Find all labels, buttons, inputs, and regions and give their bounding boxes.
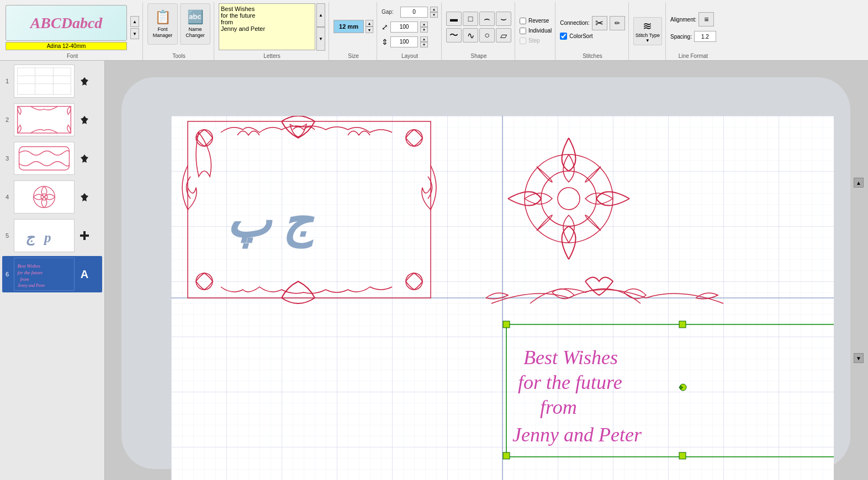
sidebar-thumb-3 (14, 142, 75, 175)
scale-x-spin: ▲ ▼ (420, 22, 428, 33)
sidebar-icon-3 (78, 152, 91, 165)
connection-btn-1[interactable]: ✂ (592, 16, 607, 30)
letters-scroll: ▲ ▼ (316, 3, 325, 52)
name-changer-label: NameChanger (186, 26, 205, 39)
svg-rect-5 (18, 106, 71, 133)
sidebar-num-4: 4 (4, 194, 10, 200)
shape-btn-7[interactable]: ○ (479, 28, 495, 42)
font-manager-icon: 📋 (155, 9, 171, 25)
shape-section: ▬ □ ⌢ ⌣ 〜 ∿ ○ ▱ Shape (443, 2, 515, 60)
canvas-scroll-down[interactable]: ▼ (854, 353, 864, 363)
stitch-type-label: Stitch Type (636, 33, 660, 38)
sidebar-item-1[interactable]: 1 (2, 63, 102, 99)
svg-rect-35 (503, 321, 510, 328)
shape-btn-6[interactable]: ∿ (463, 28, 478, 42)
shape-btn-4[interactable]: ⌣ (496, 12, 511, 26)
scale-y-spin-down[interactable]: ▼ (420, 42, 428, 47)
font-preview: ABCDabcd (6, 5, 127, 41)
svg-point-25 (406, 273, 422, 290)
main-area: 1 2 (0, 61, 868, 480)
svg-point-22 (196, 130, 213, 146)
sidebar-icon-4 (78, 190, 91, 204)
size-spin-up[interactable]: ▲ (366, 20, 373, 26)
svg-point-24 (196, 273, 213, 290)
gap-spin: ▲ ▼ (430, 7, 438, 18)
sidebar-num-3: 3 (4, 155, 10, 162)
size-section: ▲ ▼ Size (330, 2, 377, 60)
letters-section-label: Letters (263, 52, 280, 59)
sidebar-num-6: 6 (4, 271, 10, 278)
gap-input[interactable] (400, 7, 428, 18)
colorsort-row: ColorSort (560, 33, 624, 40)
svg-text:Best Wishes: Best Wishes (18, 263, 41, 269)
sidebar: 1 2 (0, 61, 105, 480)
svg-point-28 (541, 171, 596, 226)
stitch-type-button[interactable]: ≋ Stitch Type ▼ (633, 17, 662, 45)
svg-point-23 (406, 130, 422, 146)
svg-rect-21 (188, 121, 431, 298)
step-checkbox[interactable] (520, 38, 526, 44)
sidebar-item-2[interactable]: 2 (2, 102, 102, 138)
svg-text:from: from (20, 276, 29, 282)
name-changer-button[interactable]: 🔤 NameChanger (180, 3, 210, 45)
scale-y-spin-up[interactable]: ▲ (420, 36, 428, 42)
size-input[interactable] (334, 20, 364, 33)
spacing-row: Spacing: (670, 31, 716, 42)
shape-btn-1[interactable]: ▬ (446, 12, 462, 26)
embroidery-text-content: Best Wishes for the future from Jenny an… (512, 346, 642, 446)
canvas-scroll-up[interactable]: ▲ (854, 178, 864, 188)
shape-grid-bottom: 〜 ∿ ○ ▱ (446, 28, 511, 42)
sidebar-item-3[interactable]: 3 (2, 140, 102, 177)
gap-spin-down[interactable]: ▼ (430, 12, 438, 18)
scale-x-input[interactable] (390, 22, 418, 33)
font-scroll-up[interactable]: ▲ (130, 16, 139, 27)
sidebar-icon-1 (78, 74, 91, 88)
font-scroll-down[interactable]: ▼ (130, 28, 139, 39)
sidebar-item-5[interactable]: 5 ج p (2, 217, 102, 254)
letters-input[interactable]: Best Wishes for the future from Jenny an… (219, 3, 315, 50)
sidebar-thumb-5: ج p (14, 219, 75, 252)
shape-btn-2[interactable]: □ (463, 12, 478, 26)
size-spin-buttons: ▲ ▼ (366, 20, 373, 33)
reverse-checkbox[interactable] (520, 18, 526, 24)
spacing-input[interactable] (694, 31, 716, 42)
gap-spin-up[interactable]: ▲ (430, 7, 438, 12)
shape-btn-5[interactable]: 〜 (446, 28, 462, 42)
font-section-label: Font (67, 52, 78, 59)
svg-rect-12 (80, 234, 89, 237)
shape-btn-3[interactable]: ⌢ (479, 12, 495, 26)
reverse-row: Reverse (520, 18, 552, 24)
colorsort-checkbox[interactable] (560, 33, 567, 40)
size-spin-down[interactable]: ▼ (366, 26, 373, 33)
svg-text:from: from (540, 396, 577, 418)
sidebar-item-6[interactable]: 6 Best Wishes for the future from Jenny … (2, 256, 102, 292)
sidebar-thumb-2 (14, 103, 75, 136)
individual-checkbox[interactable] (520, 28, 526, 34)
font-manager-button[interactable]: 📋 FontManager (147, 3, 178, 45)
scale-x-spin-down[interactable]: ▼ (420, 27, 428, 33)
border-frame-design (182, 116, 436, 303)
shape-grid-top: ▬ □ ⌢ ⌣ (446, 12, 511, 26)
svg-text:Jenny and Peter: Jenny and Peter (512, 424, 642, 446)
svg-rect-39 (679, 321, 686, 328)
alignment-button[interactable]: ≡ (698, 12, 714, 26)
flower-right-design (508, 138, 629, 259)
scale-y-icon: ⇕ (382, 38, 388, 46)
scale-x-spin-up[interactable]: ▲ (420, 22, 428, 27)
script-text-design: ج پ (226, 195, 315, 249)
svg-rect-37 (503, 452, 510, 459)
letters-section: Best Wishes for the future from Jenny an… (215, 2, 329, 60)
letters-scroll-up[interactable]: ▲ (316, 3, 325, 27)
shape-btn-8[interactable]: ▱ (496, 28, 511, 42)
alignment-row: Alignment: ≡ (670, 12, 716, 26)
scale-y-input[interactable] (390, 36, 418, 47)
connection-btn-2[interactable]: ✏ (610, 16, 625, 30)
sidebar-num-2: 2 (4, 116, 10, 123)
sidebar-item-4[interactable]: 4 (2, 179, 102, 215)
svg-text:ج پ: ج پ (226, 195, 315, 249)
layout-section-label: Layout (401, 52, 418, 59)
letters-scroll-down[interactable]: ▼ (316, 27, 325, 51)
sidebar-thumb-4 (14, 180, 75, 214)
font-name-badge: Adina 12-40mm (6, 42, 127, 50)
connection-label: Connection: (560, 20, 589, 26)
